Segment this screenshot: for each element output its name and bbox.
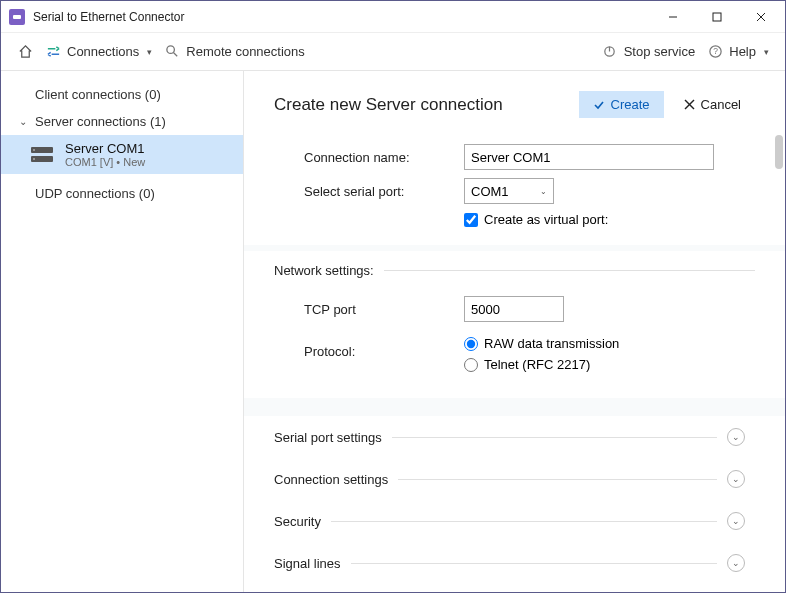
window-title: Serial to Ethernet Connector (33, 10, 184, 24)
serial-port-value: COM1 (471, 184, 509, 199)
protocol-raw-radio[interactable] (464, 337, 478, 351)
expander-label: Signal lines (274, 556, 341, 571)
chevron-down-icon: ⌄ (727, 554, 745, 572)
remote-connections-button[interactable]: Remote connections (158, 40, 311, 64)
svg-text:?: ? (713, 46, 718, 56)
search-icon (164, 44, 180, 60)
chevron-down-icon: ⌄ (19, 116, 29, 127)
divider (392, 437, 717, 438)
close-button[interactable] (739, 2, 783, 32)
expander-serial-port[interactable]: Serial port settings ⌄ (244, 416, 785, 458)
connections-icon (45, 44, 61, 60)
virtual-port-label: Create as virtual port: (484, 212, 608, 227)
sidebar: Client connections (0) ⌄ Server connecti… (1, 71, 244, 592)
svg-point-14 (33, 158, 35, 160)
sidebar-group-client[interactable]: Client connections (0) (1, 81, 243, 108)
virtual-port-checkbox[interactable] (464, 213, 478, 227)
main-panel: Create new Server connection Create Canc… (244, 71, 785, 592)
stop-service-button[interactable]: Stop service (596, 40, 702, 64)
expander-label: Serial port settings (274, 430, 382, 445)
scrollbar-thumb[interactable] (775, 135, 783, 169)
conn-item-sub: COM1 [V] • New (65, 156, 145, 168)
client-label: Client connections (0) (35, 87, 161, 102)
cancel-label: Cancel (701, 97, 741, 112)
chevron-down-icon: ⌄ (727, 428, 745, 446)
minimize-button[interactable] (651, 2, 695, 32)
conn-name-input[interactable] (464, 144, 714, 170)
home-button[interactable] (11, 40, 39, 64)
divider (384, 270, 755, 271)
cancel-button[interactable]: Cancel (670, 91, 755, 118)
protocol-raw-label: RAW data transmission (484, 336, 619, 351)
select-port-label: Select serial port: (274, 184, 464, 199)
connections-label: Connections (67, 44, 139, 59)
svg-line-6 (173, 52, 177, 56)
sidebar-group-server[interactable]: ⌄ Server connections (1) (1, 108, 243, 135)
chevron-down-icon: ▾ (764, 47, 769, 57)
stop-label: Stop service (624, 44, 696, 59)
expander-connection[interactable]: Connection settings ⌄ (244, 458, 785, 500)
svg-rect-0 (13, 15, 21, 19)
server-icon (31, 146, 55, 164)
titlebar: Serial to Ethernet Connector (1, 1, 785, 33)
expander-signal[interactable]: Signal lines ⌄ (244, 542, 785, 584)
home-icon (17, 44, 33, 60)
chevron-down-icon: ⌄ (540, 187, 547, 196)
sidebar-item-server-com1[interactable]: Server COM1 COM1 [V] • New (1, 135, 243, 174)
help-icon: ? (707, 44, 723, 60)
tcp-port-label: TCP port (274, 302, 464, 317)
divider (331, 521, 717, 522)
divider (398, 479, 717, 480)
divider (351, 563, 718, 564)
help-menu[interactable]: ? Help ▾ (701, 40, 775, 64)
scrollbar[interactable] (773, 71, 785, 592)
chevron-down-icon: ⌄ (727, 470, 745, 488)
chevron-down-icon: ▾ (147, 47, 152, 57)
sidebar-group-udp[interactable]: UDP connections (0) (1, 180, 243, 207)
conn-item-name: Server COM1 (65, 141, 145, 156)
connections-menu[interactable]: Connections ▾ (39, 40, 158, 64)
expander-security[interactable]: Security ⌄ (244, 500, 785, 542)
maximize-button[interactable] (695, 2, 739, 32)
serial-port-select[interactable]: COM1 ⌄ (464, 178, 554, 204)
conn-name-label: Connection name: (274, 150, 464, 165)
svg-point-13 (33, 149, 35, 151)
protocol-telnet-label: Telnet (RFC 2217) (484, 357, 590, 372)
page-title: Create new Server connection (274, 95, 579, 115)
protocol-label: Protocol: (274, 344, 464, 359)
svg-point-5 (167, 46, 175, 54)
server-label: Server connections (1) (35, 114, 166, 129)
protocol-telnet-radio[interactable] (464, 358, 478, 372)
expander-label: Security (274, 514, 321, 529)
udp-label: UDP connections (0) (35, 186, 155, 201)
network-settings-heading: Network settings: (274, 263, 374, 278)
check-icon (593, 99, 605, 111)
chevron-down-icon: ⌄ (727, 512, 745, 530)
svg-rect-2 (713, 13, 721, 21)
power-icon (602, 44, 618, 60)
expander-label: Connection settings (274, 472, 388, 487)
help-label: Help (729, 44, 756, 59)
remote-label: Remote connections (186, 44, 305, 59)
create-button[interactable]: Create (579, 91, 664, 118)
close-icon (684, 99, 695, 110)
app-icon (9, 9, 25, 25)
tcp-port-input[interactable] (464, 296, 564, 322)
toolbar: Connections ▾ Remote connections Stop se… (1, 33, 785, 71)
create-label: Create (611, 97, 650, 112)
